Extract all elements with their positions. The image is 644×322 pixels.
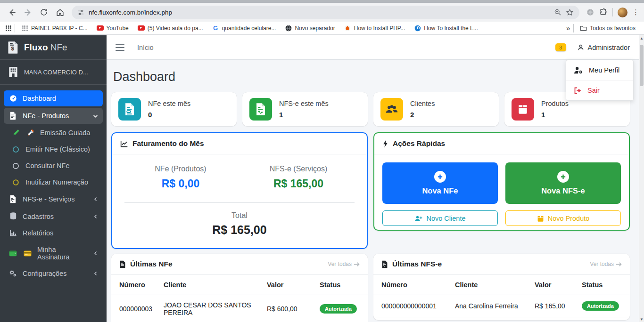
brand[interactable]: $ FluxoNFe xyxy=(0,35,107,60)
bookmark-novo-separador[interactable]: Novo separador xyxy=(282,23,338,33)
page-title: Dashboard xyxy=(113,70,630,84)
sidebar-item-inutilizar[interactable]: Inutilizar Numeração xyxy=(4,175,103,190)
sidebar-item-dashboard[interactable]: Dashboard xyxy=(4,90,103,106)
circle-icon xyxy=(11,146,21,153)
quick-actions-card: Ações Rápidas Nova NFe xyxy=(373,132,630,231)
sidebar-item-cadastros[interactable]: Cadastros xyxy=(4,209,103,224)
swirl-favicon xyxy=(414,24,421,32)
notification-badge[interactable]: 3 xyxy=(555,43,566,51)
stat-card-nfse[interactable]: NFS-e este mês 1 xyxy=(242,92,368,126)
extensions-puzzle-icon[interactable] xyxy=(599,8,608,16)
zoom-icon[interactable] xyxy=(554,8,561,16)
sidebar-menu: Dashboard NFe - Produtos Emissão Guiada xyxy=(0,85,107,288)
chart-line-icon xyxy=(120,140,128,147)
nova-nfse-button[interactable]: Nova NFS-e xyxy=(505,162,621,204)
bookmark-install-l[interactable]: How To Install the L... xyxy=(411,23,481,33)
sidebar-item-relatorios[interactable]: Relatórios xyxy=(4,225,103,241)
url-text[interactable]: nfe.fluxonfe.com.br/index.php xyxy=(89,9,172,16)
sidebar-item-nfe-produtos[interactable]: NFe - Produtos xyxy=(4,108,103,124)
stat-label: NFe este mês xyxy=(148,100,190,107)
file-invoice-icon xyxy=(8,112,18,120)
sidebar-item-configuracoes[interactable]: Configurações xyxy=(4,266,103,281)
forward-icon[interactable] xyxy=(21,5,35,19)
web-page: $ FluxoNFe MANA COMERCIO D... Dashboard … xyxy=(0,35,644,322)
bookmark-star-icon[interactable] xyxy=(566,8,574,16)
user-menu-button[interactable]: Administrador xyxy=(577,44,630,51)
bookmark-painel-pabx[interactable]: PAINEL PABX IP - C... xyxy=(18,23,91,33)
sidebar-item-assinatura[interactable]: Minha Assinatura xyxy=(4,242,103,265)
company-selector[interactable]: MANA COMERCIO D... xyxy=(0,60,107,85)
nfse-valor: R$ 165,00 xyxy=(531,295,578,317)
page-scrollbar[interactable]: ▲ ▼ xyxy=(639,35,644,322)
sidebar-item-nfse-servicos[interactable]: NFS-e - Serviços xyxy=(4,191,103,207)
menu-item-meu-perfil[interactable]: Meu Perfil xyxy=(566,60,633,80)
nav-home-link[interactable]: Início xyxy=(137,44,154,51)
chevron-left-icon xyxy=(93,196,99,202)
users-icon xyxy=(380,98,403,121)
stat-value: 2 xyxy=(410,111,435,119)
box-icon xyxy=(537,215,544,222)
ver-todas-link[interactable]: Ver todas xyxy=(590,261,622,267)
ver-todas-link[interactable]: Ver todas xyxy=(328,261,360,267)
bookmarks-overflow-icon[interactable]: » xyxy=(566,24,570,32)
address-bar[interactable]: nfe.fluxonfe.com.br/index.php xyxy=(72,6,579,19)
stat-label: Produtos xyxy=(541,100,569,107)
user-icon xyxy=(577,44,585,51)
last-nfse-table: Número Cliente Valor Status 000000000000… xyxy=(373,275,630,317)
brand-light: NFe xyxy=(50,42,67,52)
last-nfse-title: Últimas NFS-e xyxy=(392,260,442,268)
main-area: Início 3 Administrador Dashboard xyxy=(107,35,639,322)
arrow-right-icon xyxy=(616,262,622,267)
bookmark-video-aula[interactable]: (5) Video aula do pa... xyxy=(135,23,206,33)
all-favorites-button[interactable]: Todos os favoritos xyxy=(577,23,638,33)
database-icon xyxy=(8,212,18,220)
pabx-favicon xyxy=(21,24,28,32)
reload-icon[interactable] xyxy=(37,5,51,19)
stat-value: 0 xyxy=(148,111,190,119)
status-badge: Autorizada xyxy=(320,304,357,314)
folder-icon xyxy=(580,24,587,32)
sidebar-item-emissao-guiada[interactable]: Emissão Guiada xyxy=(4,125,103,140)
svg-text:$: $ xyxy=(11,45,15,51)
back-icon[interactable] xyxy=(5,5,19,19)
sidebar-item-consultar-nfe[interactable]: Consultar NFe xyxy=(4,158,103,173)
table-row[interactable]: 000000000000001 Ana Carolina Ferreira R$… xyxy=(373,295,630,317)
menu-item-sair[interactable]: Sair xyxy=(566,80,633,100)
site-info-icon[interactable] xyxy=(77,9,84,16)
bolt-icon xyxy=(382,140,388,148)
scrollbar-thumb[interactable] xyxy=(640,45,644,86)
billing-nfe-value: R$ 0,00 xyxy=(122,177,239,190)
scroll-up-icon[interactable]: ▲ xyxy=(639,35,644,41)
file-invoice-icon xyxy=(119,260,126,268)
building-icon xyxy=(8,66,19,78)
novo-produto-button[interactable]: Novo Produto xyxy=(505,210,621,226)
apps-grid-icon[interactable] xyxy=(6,25,11,31)
stat-value: 1 xyxy=(541,111,569,119)
stat-card-nfe[interactable]: NFe este mês 0 xyxy=(111,92,237,126)
dashboard-content: Dashboard NFe este mês 0 xyxy=(107,60,639,322)
profile-avatar[interactable] xyxy=(618,8,627,17)
stat-card-clientes[interactable]: Clientes 2 xyxy=(373,92,499,126)
scroll-down-icon[interactable]: ▼ xyxy=(639,316,644,322)
globe-favicon xyxy=(285,24,292,32)
novo-cliente-button[interactable]: Novo Cliente xyxy=(382,210,498,226)
billing-nfe-col: NFe (Produtos) R$ 0,00 xyxy=(122,165,239,190)
billing-total-value: R$ 165,00 xyxy=(122,223,357,237)
file-signature-icon xyxy=(381,260,388,268)
nova-nfe-button[interactable]: Nova NFe xyxy=(382,162,498,204)
bookmark-install-php[interactable]: How to Install PHP... xyxy=(341,23,408,33)
hamburger-menu-icon[interactable] xyxy=(116,44,124,51)
sidebar-item-emitir-nfe[interactable]: Emitir NFe (Clássico) xyxy=(4,142,103,157)
user-dropdown-menu: Meu Perfil Sair xyxy=(566,60,634,101)
extension-badge-icon[interactable] xyxy=(586,8,594,16)
last-nfe-card: Últimas NFe Ver todas Número Cliente xyxy=(111,254,368,322)
kebab-menu-icon[interactable]: ⋮ xyxy=(632,8,639,16)
table-row[interactable]: 000000003 JOAO CESAR DOS SANTOS PEREIRA … xyxy=(111,295,368,322)
nfe-cliente: JOAO CESAR DOS SANTOS PEREIRA xyxy=(160,295,263,322)
bookmark-youtube[interactable]: YouTube xyxy=(94,23,132,33)
file-signature-icon xyxy=(8,195,18,203)
last-nfe-table: Número Cliente Valor Status 000000003 JO… xyxy=(111,275,368,322)
home-icon[interactable] xyxy=(53,5,67,19)
bookmark-quantidade[interactable]: G quantidade celulare... xyxy=(209,23,279,33)
circle-icon xyxy=(11,179,21,186)
